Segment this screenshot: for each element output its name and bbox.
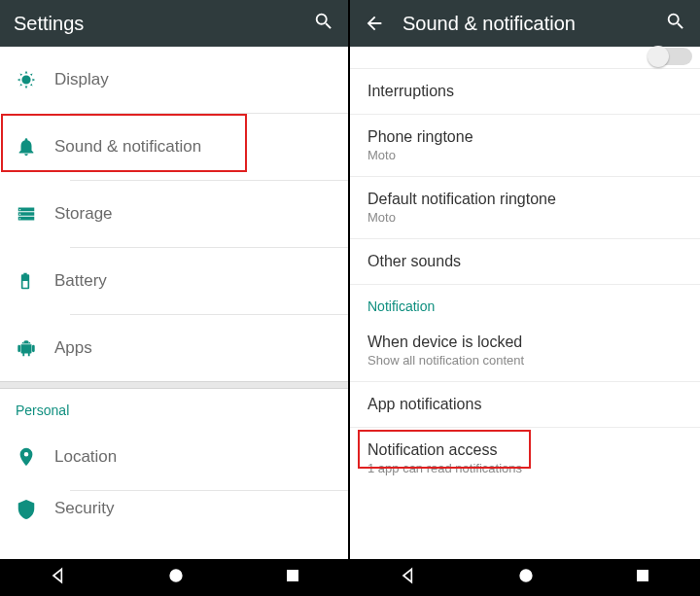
android-navbar <box>0 559 350 596</box>
settings-item-storage[interactable]: Storage <box>0 181 348 247</box>
item-secondary: Moto <box>368 210 682 225</box>
display-icon <box>16 69 54 90</box>
sound-item-interruptions[interactable]: Interruptions <box>350 69 700 114</box>
settings-item-label: Security <box>54 499 114 518</box>
item-secondary: Show all notification content <box>368 353 682 368</box>
sound-pane: Sound & notification Interruptions Phone… <box>350 0 700 596</box>
sound-item-notification-access[interactable]: Notification access 1 app can read notif… <box>350 428 700 489</box>
search-icon[interactable] <box>313 11 334 36</box>
sound-item-other-sounds[interactable]: Other sounds <box>350 239 700 284</box>
settings-item-security[interactable]: Security <box>0 491 348 520</box>
svg-point-2 <box>520 570 532 581</box>
svg-rect-3 <box>637 571 648 581</box>
bell-icon <box>16 136 54 158</box>
location-icon <box>16 446 54 468</box>
nav-back-icon[interactable] <box>399 566 418 589</box>
item-primary: Notification access <box>368 441 682 459</box>
search-icon[interactable] <box>665 11 686 36</box>
item-primary: When device is locked <box>368 333 682 351</box>
nav-recents-icon[interactable] <box>284 567 301 588</box>
android-navbar <box>350 559 700 596</box>
settings-item-label: Storage <box>54 204 113 224</box>
sound-item-default-notification[interactable]: Default notification ringtone Moto <box>350 177 700 238</box>
settings-title: Settings <box>14 13 313 35</box>
settings-item-battery[interactable]: Battery <box>0 248 348 314</box>
sound-appbar: Sound & notification <box>350 0 700 47</box>
item-primary: App notifications <box>368 396 682 413</box>
nav-recents-icon[interactable] <box>634 567 651 588</box>
settings-item-label: Apps <box>54 338 92 358</box>
settings-pane: Settings Display Sound & notification <box>0 0 350 596</box>
sound-list: Interruptions Phone ringtone Moto Defaul… <box>350 47 700 596</box>
svg-point-0 <box>170 570 182 581</box>
sound-title: Sound & notification <box>402 13 665 35</box>
settings-item-label: Display <box>54 70 109 89</box>
settings-item-apps[interactable]: Apps <box>0 315 348 381</box>
settings-item-label: Location <box>54 447 117 467</box>
settings-item-label: Battery <box>54 271 107 291</box>
android-icon <box>16 337 54 359</box>
personal-header: Personal <box>0 389 348 424</box>
sound-item-ringtone[interactable]: Phone ringtone Moto <box>350 115 700 176</box>
settings-item-label: Sound & notification <box>54 137 201 157</box>
settings-item-location[interactable]: Location <box>0 424 348 490</box>
notification-header: Notification <box>350 285 700 320</box>
nav-home-icon[interactable] <box>166 566 186 589</box>
settings-item-display[interactable]: Display <box>0 47 348 113</box>
nav-back-icon[interactable] <box>49 566 68 589</box>
item-primary: Other sounds <box>368 253 682 270</box>
nav-home-icon[interactable] <box>516 566 536 589</box>
item-primary: Default notification ringtone <box>368 191 682 208</box>
vibrate-toggle[interactable] <box>649 48 692 65</box>
svg-rect-1 <box>287 571 298 581</box>
item-secondary: 1 app can read notifications <box>368 461 682 475</box>
settings-item-sound[interactable]: Sound & notification <box>0 114 348 180</box>
settings-appbar: Settings <box>0 0 348 47</box>
item-primary: Interruptions <box>368 83 682 100</box>
item-primary: Phone ringtone <box>368 128 682 146</box>
security-icon <box>16 499 54 520</box>
battery-icon <box>16 270 54 292</box>
item-secondary: Moto <box>368 148 682 162</box>
sound-item-app-notifications[interactable]: App notifications <box>350 382 700 427</box>
back-icon[interactable] <box>364 13 385 34</box>
storage-icon <box>16 203 54 225</box>
sound-item-when-locked[interactable]: When device is locked Show all notificat… <box>350 320 700 381</box>
settings-list: Display Sound & notification Storage <box>0 47 348 596</box>
